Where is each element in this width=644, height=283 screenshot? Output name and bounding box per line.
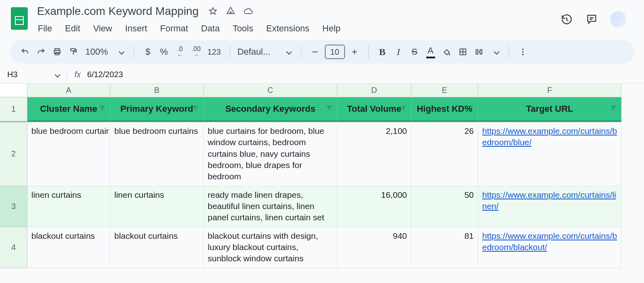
header-highest-kd[interactable]: Highest KD% (411, 97, 478, 121)
row-header-1[interactable]: 1 (0, 97, 27, 121)
menu-format[interactable]: Format (159, 22, 189, 35)
cloud-status-icon[interactable] (243, 6, 254, 16)
menu-file[interactable]: File (37, 22, 53, 35)
strikethrough-button[interactable]: S (408, 45, 421, 59)
menu-tools[interactable]: Tools (232, 22, 254, 35)
header-target-url[interactable]: Target URL (478, 97, 621, 121)
row-header-4[interactable]: 4 (0, 227, 27, 268)
cell-d4[interactable]: 940 (337, 227, 411, 268)
cell-d2[interactable]: 2,100 (337, 121, 411, 186)
text-color-button[interactable]: A (424, 45, 437, 59)
target-url-link[interactable]: https://www.example.com/curtains/linen/ (482, 190, 616, 211)
bold-button[interactable]: B (376, 45, 389, 59)
svg-point-8 (522, 54, 524, 55)
menu-data[interactable]: Data (200, 22, 220, 35)
document-title[interactable]: Example.com Keyword Mapping (35, 4, 200, 18)
sheets-logo[interactable] (10, 6, 29, 31)
font-family-select[interactable]: Defaul... (237, 47, 278, 57)
formula-bar-value[interactable]: 6/12/2023 (87, 70, 123, 79)
cell-f2[interactable]: https://www.example.com/curtains/bedroom… (478, 121, 621, 186)
filter-icon[interactable] (466, 104, 474, 114)
spreadsheet-grid[interactable]: A B C D E F 1 Cluster Name Primary Keywo… (0, 84, 644, 268)
decrease-decimal-button[interactable]: .0← (173, 45, 186, 59)
select-all-corner[interactable] (0, 84, 27, 97)
increase-font-size-button[interactable]: + (348, 45, 361, 59)
font-family-dropdown[interactable] (281, 45, 294, 59)
target-url-link[interactable]: https://www.example.com/curtains/bedroom… (482, 231, 617, 252)
currency-format-button[interactable]: $ (141, 45, 154, 59)
cell-c2[interactable]: blue curtains for bedroom, blue window c… (204, 121, 337, 186)
percent-format-button[interactable]: % (157, 45, 170, 59)
cell-d3[interactable]: 16,000 (337, 186, 411, 227)
zoom-level[interactable]: 100% (85, 47, 108, 57)
merge-dropdown[interactable] (489, 45, 502, 59)
menu-view[interactable]: View (92, 22, 113, 35)
svg-point-7 (522, 51, 524, 53)
move-to-drive-icon[interactable] (225, 6, 236, 16)
italic-button[interactable]: I (392, 45, 405, 59)
merge-cells-button[interactable] (473, 45, 485, 59)
borders-button[interactable] (456, 45, 469, 59)
zoom-dropdown[interactable] (114, 45, 126, 59)
cell-a2[interactable]: blue bedroom curtair (27, 121, 110, 186)
col-header-b[interactable]: B (110, 84, 204, 97)
target-url-link[interactable]: https://www.example.com/curtains/bedroom… (482, 126, 617, 147)
cell-e4[interactable]: 81 (411, 227, 478, 268)
menu-extensions[interactable]: Extensions (265, 22, 310, 35)
cell-a4[interactable]: blackout curtains (27, 227, 110, 268)
menu-edit[interactable]: Edit (64, 22, 81, 35)
name-box[interactable]: H3 (7, 70, 64, 79)
header-total-volume[interactable]: Total Volume (337, 97, 411, 121)
svg-rect-3 (71, 49, 75, 51)
header-cluster-name[interactable]: Cluster Name (27, 97, 110, 121)
cell-f4[interactable]: https://www.example.com/curtains/bedroom… (478, 227, 621, 268)
increase-decimal-button[interactable]: .00→ (190, 45, 202, 59)
star-icon[interactable] (208, 6, 218, 16)
name-box-value: H3 (7, 70, 18, 79)
row-header-3[interactable]: 3 (0, 186, 27, 227)
more-formats-button[interactable]: 123 (206, 45, 222, 59)
cell-e2[interactable]: 26 (411, 121, 478, 186)
filter-icon[interactable] (99, 104, 106, 114)
print-button[interactable] (51, 45, 64, 59)
paint-format-button[interactable] (67, 45, 80, 59)
cell-f3[interactable]: https://www.example.com/curtains/linen/ (478, 186, 621, 227)
fill-color-button[interactable] (440, 45, 453, 59)
cell-a3[interactable]: linen curtains (27, 186, 110, 227)
row-header-2[interactable]: 2 (0, 121, 27, 186)
col-header-c[interactable]: C (204, 84, 337, 97)
header-secondary-keywords[interactable]: Secondary Keywords (204, 97, 337, 121)
more-toolbar-button[interactable] (516, 45, 529, 59)
font-size-input[interactable]: 10 (325, 45, 345, 59)
filter-icon[interactable] (610, 104, 617, 114)
filter-icon[interactable] (400, 104, 407, 114)
col-header-a[interactable]: A (27, 84, 110, 97)
filter-icon[interactable] (192, 104, 199, 114)
svg-point-4 (448, 54, 450, 55)
cell-c4[interactable]: blackout curtains with design, luxury bl… (204, 227, 337, 268)
col-header-e[interactable]: E (411, 84, 478, 97)
menu-insert[interactable]: Insert (124, 22, 148, 35)
account-avatar[interactable] (610, 11, 626, 27)
svg-point-6 (522, 49, 524, 50)
menu-help[interactable]: Help (322, 22, 341, 35)
cell-e3[interactable]: 50 (411, 186, 478, 227)
redo-button[interactable] (35, 45, 47, 59)
decrease-font-size-button[interactable]: − (309, 45, 322, 59)
cell-b3[interactable]: linen curtains (110, 186, 204, 227)
history-icon[interactable] (560, 13, 573, 26)
toolbar: 100% $ % .0← .00→ 123 Defaul... − 10 + B… (10, 40, 634, 64)
comment-icon[interactable] (585, 13, 598, 26)
filter-icon[interactable] (326, 104, 333, 114)
col-header-d[interactable]: D (337, 84, 411, 97)
cell-c3[interactable]: ready made linen drapes, beautiful linen… (204, 186, 337, 227)
fx-icon: fx (74, 70, 81, 79)
header-primary-keyword[interactable]: Primary Keyword (110, 97, 204, 121)
cell-b4[interactable]: blackout curtains (110, 227, 204, 268)
cell-b2[interactable]: blue bedroom curtains (110, 121, 204, 186)
undo-button[interactable] (19, 45, 31, 59)
col-header-f[interactable]: F (478, 84, 621, 97)
